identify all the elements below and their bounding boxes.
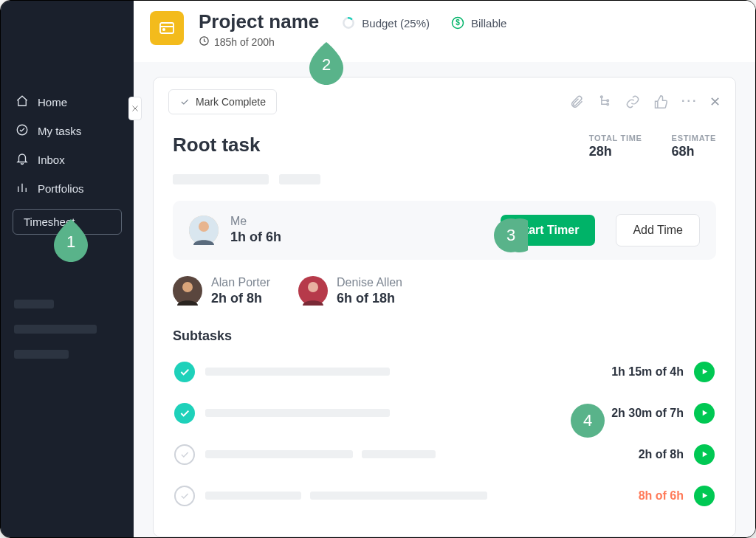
add-time-button[interactable]: Add Time bbox=[616, 214, 700, 246]
team-member: Denise Allen 6h of 18h bbox=[298, 276, 402, 306]
project-icon bbox=[150, 11, 184, 45]
placeholder bbox=[14, 350, 69, 359]
assignee-time: 1h of 6h bbox=[230, 230, 281, 245]
play-button[interactable] bbox=[694, 362, 715, 382]
assignee-card: Me 1h of 6h Start Timer Add Time bbox=[173, 201, 716, 260]
subtask-row[interactable]: 8h of 6h bbox=[173, 475, 716, 517]
budget-label: Budget (25%) bbox=[362, 17, 430, 30]
mark-complete-button[interactable]: Mark Complete bbox=[168, 89, 277, 114]
clock-icon bbox=[199, 35, 210, 49]
total-time: TOTAL TIME 28h bbox=[589, 134, 642, 159]
billable-label: Billable bbox=[471, 17, 506, 30]
chart-icon bbox=[16, 181, 29, 196]
svg-rect-7 bbox=[160, 23, 173, 33]
nav-inbox[interactable]: Inbox bbox=[7, 147, 128, 173]
check-icon bbox=[179, 97, 190, 107]
nav-label: Home bbox=[38, 96, 67, 108]
subtasks-title: Subtasks bbox=[173, 328, 716, 344]
member-time: 2h of 8h bbox=[211, 291, 270, 306]
project-hours: 185h of 200h bbox=[199, 35, 319, 49]
svg-text:$: $ bbox=[456, 18, 460, 27]
member-name: Denise Allen bbox=[337, 276, 402, 289]
subtask-time: 2h of 8h bbox=[595, 448, 684, 461]
home-icon bbox=[16, 94, 29, 110]
assignee-name: Me bbox=[230, 215, 281, 228]
callout-pin-1: 1 bbox=[54, 224, 88, 262]
budget-ring-icon bbox=[341, 15, 356, 30]
subtask-time: 1h 15m of 4h bbox=[595, 365, 684, 379]
main: Project name 185h of 200h Budget (25%) $… bbox=[134, 1, 755, 537]
member-time: 6h of 18h bbox=[337, 291, 402, 306]
attachment-icon[interactable] bbox=[569, 94, 584, 109]
svg-text:4: 4 bbox=[583, 411, 592, 430]
placeholder bbox=[205, 492, 301, 500]
check-icon[interactable] bbox=[174, 403, 195, 424]
billable-stat: $ Billable bbox=[450, 15, 506, 30]
svg-text:1: 1 bbox=[66, 232, 75, 251]
nav-my-tasks[interactable]: My tasks bbox=[7, 118, 128, 144]
subtask-time: 2h 30m of 7h bbox=[595, 407, 684, 420]
subtask-time: 8h of 6h bbox=[595, 489, 684, 503]
budget-stat: Budget (25%) bbox=[341, 15, 430, 30]
check-icon[interactable] bbox=[174, 444, 195, 465]
subtask-row[interactable]: 2h 30m of 7h bbox=[173, 393, 716, 434]
nav: Home My tasks Inbox Portfolios bbox=[1, 89, 134, 235]
project-hours-text: 185h of 200h bbox=[214, 36, 275, 48]
bell-icon bbox=[16, 152, 29, 168]
more-icon[interactable]: ··· bbox=[681, 94, 696, 109]
play-button[interactable] bbox=[694, 486, 715, 506]
like-icon[interactable] bbox=[653, 94, 668, 109]
placeholder bbox=[14, 300, 54, 308]
placeholder bbox=[205, 368, 390, 376]
avatar bbox=[298, 276, 328, 306]
estimate-value: 68h bbox=[672, 144, 716, 159]
play-button[interactable] bbox=[694, 403, 715, 424]
svg-point-9 bbox=[163, 29, 165, 30]
callout-pin-3: 3 bbox=[494, 218, 528, 257]
estimate-label: ESTIMATE bbox=[672, 134, 716, 142]
svg-point-23 bbox=[308, 282, 318, 292]
svg-point-21 bbox=[182, 282, 193, 292]
svg-text:2: 2 bbox=[322, 55, 331, 74]
link-icon[interactable] bbox=[625, 94, 640, 109]
placeholder bbox=[205, 409, 390, 417]
placeholder bbox=[173, 174, 269, 184]
nav-label: Inbox bbox=[38, 154, 65, 166]
nav-portfolios[interactable]: Portfolios bbox=[7, 176, 128, 201]
subtask-row[interactable]: 1h 15m of 4h bbox=[173, 351, 716, 393]
total-time-label: TOTAL TIME bbox=[589, 134, 642, 142]
placeholder bbox=[279, 174, 320, 184]
nav-label: My tasks bbox=[38, 125, 81, 137]
total-time-value: 28h bbox=[589, 144, 642, 159]
check-icon[interactable] bbox=[174, 486, 195, 506]
subtask-icon[interactable] bbox=[597, 94, 612, 109]
svg-point-19 bbox=[199, 221, 209, 232]
panel-collapse-icon[interactable] bbox=[128, 97, 142, 120]
callout-pin-4: 4 bbox=[571, 404, 605, 442]
check-icon[interactable] bbox=[174, 362, 195, 382]
panel-actions: ··· ✕ bbox=[569, 94, 721, 110]
subtask-row[interactable]: 2h of 8h bbox=[173, 434, 716, 475]
placeholder bbox=[14, 325, 97, 334]
callout-pin-2: 2 bbox=[309, 46, 343, 85]
project-header: Project name 185h of 200h Budget (25%) $… bbox=[134, 1, 755, 62]
mark-complete-label: Mark Complete bbox=[196, 96, 266, 108]
svg-text:3: 3 bbox=[506, 226, 515, 244]
nav-label: Portfolios bbox=[38, 182, 84, 195]
play-button[interactable] bbox=[694, 444, 715, 465]
placeholder bbox=[310, 492, 487, 500]
member-name: Alan Porter bbox=[211, 276, 270, 289]
task-title: Root task bbox=[173, 134, 260, 156]
team-row: Alan Porter 2h of 8h Denise Allen 6h of … bbox=[173, 276, 716, 306]
placeholder bbox=[205, 450, 353, 458]
dollar-icon: $ bbox=[450, 15, 465, 30]
close-icon[interactable]: ✕ bbox=[709, 94, 721, 110]
check-circle-icon bbox=[16, 123, 29, 139]
estimate: ESTIMATE 68h bbox=[672, 134, 716, 159]
avatar bbox=[173, 276, 202, 306]
avatar bbox=[189, 215, 219, 245]
nav-home[interactable]: Home bbox=[7, 89, 128, 115]
placeholder bbox=[362, 450, 436, 458]
task-panel: Mark Complete ··· ✕ Root task TOTAL TI bbox=[153, 77, 736, 537]
team-member: Alan Porter 2h of 8h bbox=[173, 276, 270, 306]
